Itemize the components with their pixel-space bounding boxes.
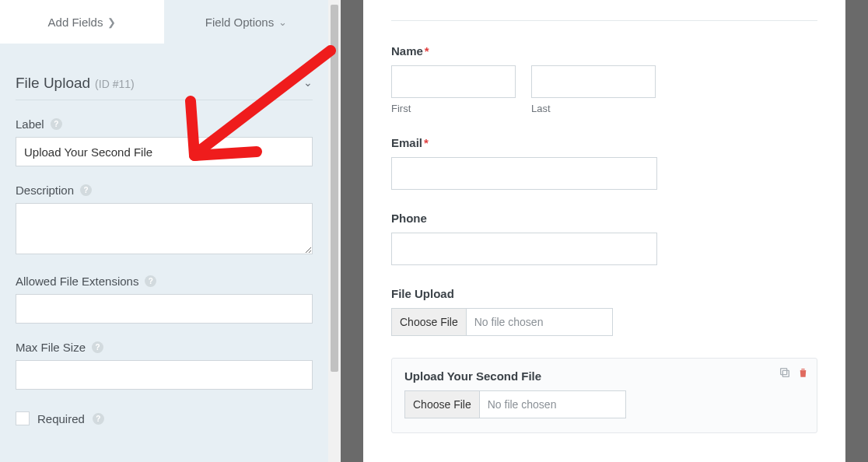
help-icon[interactable]: ? — [93, 413, 104, 425]
field-id-text: (ID #11) — [95, 78, 135, 90]
choose-file-button[interactable]: Choose File — [392, 309, 467, 335]
preview-field-phone[interactable]: Phone — [391, 212, 817, 265]
phone-label: Phone — [391, 212, 427, 225]
phone-input[interactable] — [391, 233, 657, 265]
field-type-title: File Upload — [16, 75, 90, 92]
divider — [391, 20, 817, 21]
choose-file-button[interactable]: Choose File — [405, 391, 480, 418]
scrollbar[interactable] — [328, 0, 341, 462]
max-size-input[interactable] — [16, 360, 313, 390]
name-label: Name — [391, 44, 423, 58]
svg-rect-0 — [782, 370, 789, 376]
allowed-ext-input[interactable] — [16, 294, 313, 324]
tab-field-options-label: Field Options — [205, 16, 274, 29]
required-star-icon: * — [424, 136, 429, 149]
file-upload-label: File Upload — [391, 287, 454, 300]
tab-add-fields[interactable]: Add Fields ❯ — [0, 0, 164, 44]
tab-field-options[interactable]: Field Options ⌄ — [164, 0, 328, 44]
preview-field-name[interactable]: Name * First Last — [391, 44, 817, 114]
preview-field-second-file[interactable]: Upload Your Second File Choose File No f… — [391, 358, 817, 433]
help-icon[interactable]: ? — [145, 275, 156, 287]
required-star-icon: * — [425, 44, 429, 58]
label-label: Label — [16, 117, 44, 131]
chevron-down-icon: ⌄ — [278, 16, 287, 28]
duplicate-icon[interactable] — [779, 366, 791, 381]
last-name-sublabel: Last — [531, 103, 656, 114]
required-checkbox[interactable] — [16, 411, 30, 425]
field-options-header[interactable]: File Upload (ID #11) ⌄ — [16, 58, 313, 100]
chevron-right-icon: ❯ — [107, 16, 116, 28]
required-label: Required — [37, 412, 85, 425]
label-input[interactable] — [16, 137, 313, 166]
description-input[interactable] — [16, 203, 313, 254]
tab-add-fields-label: Add Fields — [48, 16, 103, 29]
last-name-input[interactable] — [531, 65, 656, 98]
first-name-sublabel: First — [391, 103, 516, 114]
chevron-down-icon: ⌄ — [303, 76, 313, 89]
email-label: Email — [391, 136, 422, 149]
panel-tabs: Add Fields ❯ Field Options ⌄ — [0, 0, 328, 44]
email-input[interactable] — [391, 157, 657, 190]
help-icon[interactable]: ? — [92, 341, 103, 353]
second-file-label: Upload Your Second File — [404, 369, 541, 383]
max-size-label: Max File Size — [16, 341, 86, 354]
help-icon[interactable]: ? — [51, 118, 62, 130]
first-name-input[interactable] — [391, 65, 516, 98]
help-icon[interactable]: ? — [80, 184, 92, 196]
preview-field-email[interactable]: Email * — [391, 136, 817, 190]
trash-icon[interactable] — [797, 366, 809, 381]
form-preview: Name * First Last Email * — [363, 0, 845, 462]
svg-rect-1 — [781, 369, 787, 375]
preview-field-file-upload[interactable]: File Upload Choose File No file chosen — [391, 287, 817, 336]
description-label: Description — [16, 184, 74, 197]
allowed-ext-label: Allowed File Extensions — [16, 275, 138, 288]
scrollbar-thumb[interactable] — [331, 5, 338, 372]
file-status-text: No file chosen — [467, 309, 612, 335]
file-status-text: No file chosen — [480, 391, 625, 418]
